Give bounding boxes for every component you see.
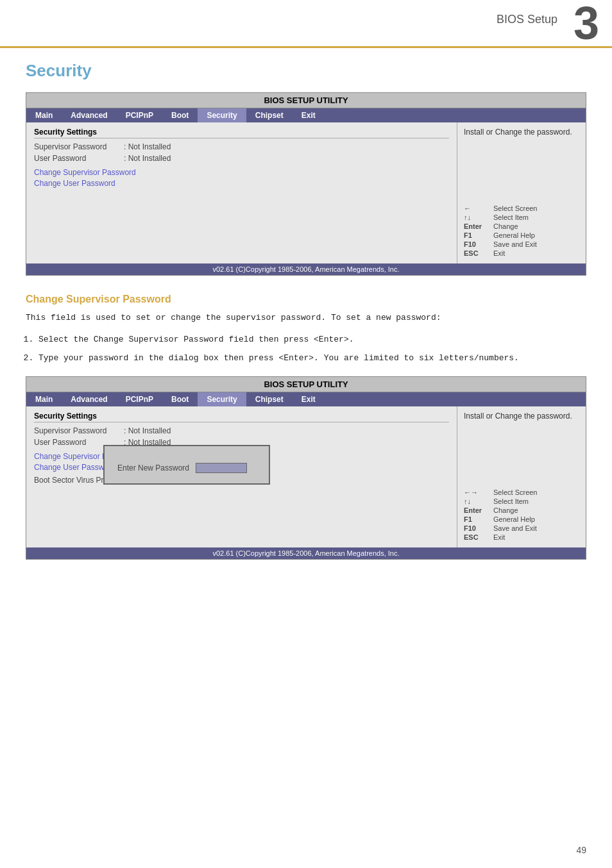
key-row-enter-1: Enter Change [464, 222, 579, 230]
supervisor-label-1: Supervisor Password [34, 142, 124, 151]
nav-pciplnp-2[interactable]: PCIPnP [117, 392, 162, 406]
password-input-field[interactable] [196, 463, 247, 473]
nav-main-2[interactable]: Main [26, 392, 62, 406]
key-row-esc-1: ESC Exit [464, 249, 579, 257]
enter-new-password-label: Enter New Password [117, 463, 189, 472]
bios-row-user-1: User Password : Not Installed [34, 154, 449, 163]
step-1: Select the Change Supervisor Password fi… [38, 333, 586, 346]
key-exit-2: Exit [493, 533, 505, 541]
nav-pciplnp-1[interactable]: PCIPnP [117, 108, 162, 122]
user-value-1: : Not Installed [124, 154, 171, 163]
key-f10-2: F10 [464, 524, 489, 532]
nav-exit-2[interactable]: Exit [293, 392, 325, 406]
enter-password-dialog: Enter New Password [103, 445, 270, 485]
page-number: 49 [576, 845, 586, 855]
key-change-1: Change [493, 222, 518, 230]
key-row-enter-2: Enter Change [464, 506, 579, 514]
key-select-item-1: Select Item [493, 213, 529, 221]
change-supervisor-link-1[interactable]: Change Supervisor Password [34, 168, 449, 177]
key-select-screen-1: Select Screen [493, 204, 537, 212]
bios-title-1: BIOS SETUP UTILITY [26, 93, 586, 108]
key-row-f1-2: F1 General Help [464, 515, 579, 523]
key-row-f10-1: F10 Save and Exit [464, 240, 579, 248]
bios-keys-2: ←→ Select Screen ↑↓ Select Item Enter Ch… [464, 488, 579, 542]
supervisor-label-2: Supervisor Password [34, 426, 124, 435]
bios-keys-1: ← Select Screen ↑↓ Select Item Enter Cha… [464, 204, 579, 258]
key-enter-1: Enter [464, 222, 489, 230]
main-content: Security BIOS SETUP UTILITY Main Advance… [0, 48, 612, 590]
bios-body-1: Security Settings Supervisor Password : … [26, 122, 586, 263]
key-esc-1: ESC [464, 249, 489, 257]
header: BIOS Setup 3 [0, 0, 612, 48]
dialog-row: Enter New Password [117, 463, 256, 473]
change-supervisor-title: Change Supervisor Password [26, 294, 586, 305]
key-general-help-2: General Help [493, 515, 535, 523]
nav-chipset-2[interactable]: Chipset [246, 392, 293, 406]
key-enter-2: Enter [464, 506, 489, 514]
key-f1-2: F1 [464, 515, 489, 523]
key-select-screen-2: Select Screen [493, 488, 537, 496]
bios-body-2: Security Settings Supervisor Password : … [26, 406, 586, 547]
bios-footer-2: v02.61 (C)Copyright 1985-2006, American … [26, 547, 586, 559]
key-arrow-left-1: ← [464, 204, 489, 212]
right-info-1: Install or Change the password. [464, 128, 579, 137]
nav-chipset-1[interactable]: Chipset [246, 108, 293, 122]
nav-advanced-1[interactable]: Advanced [62, 108, 116, 122]
key-updown-1: ↑↓ [464, 213, 489, 221]
bios-footer-1: v02.61 (C)Copyright 1985-2006, American … [26, 263, 586, 275]
key-save-exit-1: Save and Exit [493, 240, 537, 248]
bios-table-2: BIOS SETUP UTILITY Main Advanced PCIPnP … [26, 376, 586, 560]
change-supervisor-desc: This field is used to set or change the … [26, 312, 586, 324]
key-select-item-2: Select Item [493, 497, 529, 505]
bios-table-1: BIOS SETUP UTILITY Main Advanced PCIPnP … [26, 92, 586, 276]
bios-left-2: Security Settings Supervisor Password : … [26, 406, 457, 547]
key-exit-1: Exit [493, 249, 505, 257]
bios-right-1: Install or Change the password. ← Select… [457, 122, 586, 263]
key-f1-1: F1 [464, 231, 489, 239]
step-2: Type your password in the dialog box the… [38, 352, 586, 365]
bios-left-1: Security Settings Supervisor Password : … [26, 122, 457, 263]
steps-list: Select the Change Supervisor Password fi… [38, 333, 586, 365]
key-row-f10-2: F10 Save and Exit [464, 524, 579, 532]
key-row-lr-2: ←→ Select Screen [464, 488, 579, 496]
bios-nav-1: Main Advanced PCIPnP Boot Security Chips… [26, 108, 586, 122]
nav-advanced-2[interactable]: Advanced [62, 392, 116, 406]
nav-security-2[interactable]: Security [198, 392, 246, 406]
key-row-esc-2: ESC Exit [464, 533, 579, 541]
supervisor-value-2: : Not Installed [124, 426, 171, 435]
key-change-2: Change [493, 506, 518, 514]
bios-section-header-2: Security Settings [34, 412, 449, 422]
key-row-updown-2: ↑↓ Select Item [464, 497, 579, 505]
key-lr-2: ←→ [464, 488, 489, 496]
nav-security-1[interactable]: Security [198, 108, 246, 122]
bios-section-header-1: Security Settings [34, 128, 449, 138]
nav-boot-2[interactable]: Boot [162, 392, 198, 406]
bios-right-2: Install or Change the password. ←→ Selec… [457, 406, 586, 547]
key-save-exit-2: Save and Exit [493, 524, 537, 532]
key-row-updown-1: ↑↓ Select Item [464, 213, 579, 221]
bios-nav-2: Main Advanced PCIPnP Boot Security Chips… [26, 392, 586, 406]
bios-row-supervisor-1: Supervisor Password : Not Installed [34, 142, 449, 151]
nav-boot-1[interactable]: Boot [162, 108, 198, 122]
key-row-arrow-1: ← Select Screen [464, 204, 579, 212]
section-title: Security [26, 61, 586, 81]
key-updown-2: ↑↓ [464, 497, 489, 505]
user-label-1: User Password [34, 154, 124, 163]
supervisor-value-1: : Not Installed [124, 142, 171, 151]
right-info-2: Install or Change the password. [464, 412, 579, 421]
nav-exit-1[interactable]: Exit [293, 108, 325, 122]
nav-main-1[interactable]: Main [26, 108, 62, 122]
key-esc-2: ESC [464, 533, 489, 541]
key-f10-1: F10 [464, 240, 489, 248]
chapter-number: 3 [574, 0, 599, 46]
change-user-link-1[interactable]: Change User Password [34, 179, 449, 188]
bios-title-2: BIOS SETUP UTILITY [26, 377, 586, 392]
key-row-f1-1: F1 General Help [464, 231, 579, 239]
bios-setup-label: BIOS Setup [497, 13, 557, 26]
bios-row-supervisor-2: Supervisor Password : Not Installed [34, 426, 449, 435]
key-general-help-1: General Help [493, 231, 535, 239]
